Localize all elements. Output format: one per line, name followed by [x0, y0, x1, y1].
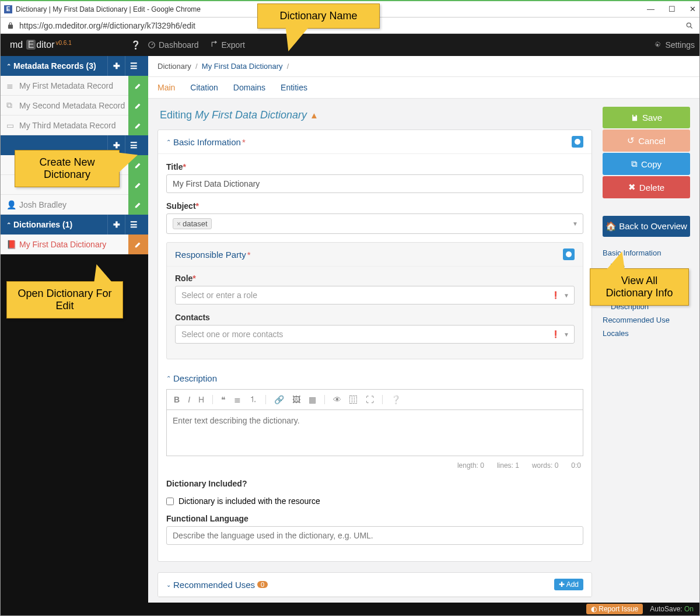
- chevron-down-icon: ▼: [564, 292, 569, 299]
- main-content: Dictionary / My First Data Dictionary / …: [148, 56, 699, 603]
- add-recommended-button[interactable]: ✚ Add: [554, 579, 583, 590]
- panel-recommended-uses: ⌄ Recommended Uses 0 ✚ Add: [158, 572, 592, 597]
- heading-icon[interactable]: H: [198, 395, 204, 404]
- funclang-input[interactable]: [166, 526, 583, 545]
- sidebar-record-2[interactable]: ▭ My Third Metadata Record: [1, 116, 148, 135]
- export-icon: [211, 41, 219, 49]
- help-icon[interactable]: ❔: [391, 395, 401, 404]
- url-text[interactable]: https://go.mdeditor.org/#/dictionary/k7l…: [19, 21, 195, 30]
- editor-stats: length: 0 lines: 1 words: 0 0:0: [166, 458, 583, 473]
- sidebar-contact-josh[interactable]: 👤 Josh Bradley: [1, 195, 148, 215]
- dashboard-icon: [148, 41, 156, 49]
- edit-record-button[interactable]: [128, 76, 148, 96]
- sidebar-dictionary-0[interactable]: 📕 My First Data Dictionary: [1, 235, 148, 254]
- help-icon[interactable]: ❔: [131, 40, 141, 50]
- nav-settings[interactable]: Settings: [653, 40, 695, 50]
- undo-icon: ↺: [627, 135, 635, 146]
- contacts-select[interactable]: Select one or more contacts ❗ ▼: [175, 325, 575, 344]
- panel-description-header[interactable]: ⌃ Description: [166, 368, 583, 389]
- edit-record-button[interactable]: [128, 116, 148, 135]
- breadcrumb-item[interactable]: My First Data Dictionary: [202, 62, 283, 71]
- top-nav: md Editor v0.6.1 ❔ Dashboard Export Sett…: [1, 34, 699, 56]
- home-icon: 🏠: [606, 221, 617, 231]
- ul-icon[interactable]: ≣: [234, 395, 241, 404]
- report-issue-button[interactable]: ◐ Report Issue: [586, 604, 643, 614]
- chevron-up-icon: ⌃: [6, 63, 11, 69]
- save-button[interactable]: Save: [603, 107, 690, 128]
- svg-point-0: [687, 23, 691, 27]
- minimize-icon[interactable]: —: [647, 5, 654, 13]
- footer: ◐ Report Issue AutoSave: On: [1, 603, 699, 615]
- chevron-up-icon: ⌃: [166, 375, 171, 382]
- role-select[interactable]: Select or enter a role ❗ ▼: [175, 286, 575, 304]
- database-icon: ≣: [6, 81, 16, 90]
- fullscreen-icon[interactable]: ⛶: [366, 395, 374, 404]
- quote-icon[interactable]: ❝: [221, 395, 226, 404]
- tab-domains[interactable]: Domains: [233, 77, 265, 98]
- callout-create-new: Create New Dictionary: [15, 150, 120, 187]
- iso-indicator-icon[interactable]: [572, 136, 583, 148]
- breadcrumb: Dictionary / My First Data Dictionary /: [148, 56, 699, 77]
- copy-icon: ⧉: [631, 159, 638, 169]
- copy-button[interactable]: ⧉ Copy: [603, 153, 690, 175]
- rn-locales[interactable]: Locales: [603, 327, 690, 340]
- nav-export[interactable]: Export: [211, 40, 245, 50]
- preview-icon[interactable]: 👁: [333, 395, 341, 404]
- edit-contact-button[interactable]: [128, 195, 148, 215]
- brand-e-icon: E: [26, 40, 36, 50]
- sidebar-dictionaries-header[interactable]: ⌃ Dictionaries (1) ✚ ☰: [1, 215, 148, 235]
- editor-toolbar: B I H ❝ ≣ ⒈ 🔗 🖼 ▦: [166, 389, 583, 410]
- panel-basic-info: ⌃ Basic Information * Title* Subject* ×d: [158, 130, 592, 562]
- window-title: Dictionary | My First Data Dictionary | …: [16, 5, 201, 13]
- rn-recommended[interactable]: Recommended Use: [603, 313, 690, 327]
- save-icon: [631, 114, 639, 122]
- back-to-overview-button[interactable]: 🏠 Back to Overview: [603, 216, 690, 237]
- subject-select[interactable]: ×dataset ▼: [166, 214, 583, 234]
- user-icon: 👤: [6, 200, 16, 209]
- panel-basic-header[interactable]: ⌃ Basic Information *: [158, 130, 592, 154]
- title-input[interactable]: [166, 174, 583, 193]
- close-icon[interactable]: ✕: [690, 5, 696, 13]
- link-icon[interactable]: 🔗: [274, 395, 284, 404]
- italic-icon[interactable]: I: [188, 395, 190, 404]
- chevron-up-icon: ⌃: [166, 139, 171, 145]
- panel-recommended-header[interactable]: ⌄ Recommended Uses 0 ✚ Add: [158, 573, 592, 597]
- iso-indicator-icon[interactable]: [563, 249, 575, 260]
- bold-icon[interactable]: B: [174, 395, 180, 404]
- search-icon[interactable]: [685, 22, 694, 30]
- tab-citation[interactable]: Citation: [190, 77, 218, 98]
- delete-button[interactable]: ✖ Delete: [603, 176, 690, 198]
- tab-main[interactable]: Main: [158, 77, 175, 98]
- included-checkbox[interactable]: [166, 498, 174, 505]
- image-icon: ▭: [6, 121, 16, 130]
- panel-responsible-header: Responsible Party *: [167, 243, 583, 267]
- subject-tag[interactable]: ×dataset: [173, 218, 212, 229]
- edit-dictionary-button[interactable]: [128, 235, 148, 254]
- cancel-button[interactable]: ↺ Cancel: [603, 130, 690, 152]
- list-records-button[interactable]: ☰: [125, 56, 142, 76]
- error-icon: ❗: [551, 291, 560, 299]
- edit-contact-button[interactable]: [128, 175, 148, 195]
- contacts-label: Contacts: [175, 313, 575, 322]
- title-label: Title*: [166, 162, 583, 172]
- panel-responsible-party: Responsible Party * Role* Select or ente…: [166, 242, 583, 359]
- ol-icon[interactable]: ⒈: [249, 394, 257, 405]
- list-dictionaries-button[interactable]: ☰: [125, 215, 142, 235]
- sidebar-record-0[interactable]: ≣ My First Metadata Record: [1, 76, 148, 96]
- sidebyside-icon[interactable]: ⿲: [349, 395, 358, 404]
- table-icon[interactable]: ▦: [309, 395, 316, 404]
- nav-dashboard[interactable]: Dashboard: [148, 40, 199, 50]
- gear-icon: [653, 41, 662, 49]
- chevron-down-icon: ▼: [572, 220, 578, 227]
- image-icon[interactable]: 🖼: [292, 395, 300, 404]
- edit-record-button[interactable]: [128, 96, 148, 116]
- add-dictionary-button[interactable]: ✚: [107, 215, 125, 235]
- favicon-icon: E: [4, 5, 12, 13]
- sidebar-metadata-header[interactable]: ⌃ Metadata Records (3) ✚ ☰: [1, 56, 148, 76]
- description-textarea[interactable]: [166, 410, 583, 456]
- add-record-button[interactable]: ✚: [107, 56, 125, 76]
- maximize-icon[interactable]: ☐: [668, 5, 676, 13]
- tab-entities[interactable]: Entities: [281, 77, 307, 98]
- remove-tag-icon[interactable]: ×: [177, 220, 181, 228]
- sidebar-record-1[interactable]: ⧉ My Second Metadata Record: [1, 96, 148, 116]
